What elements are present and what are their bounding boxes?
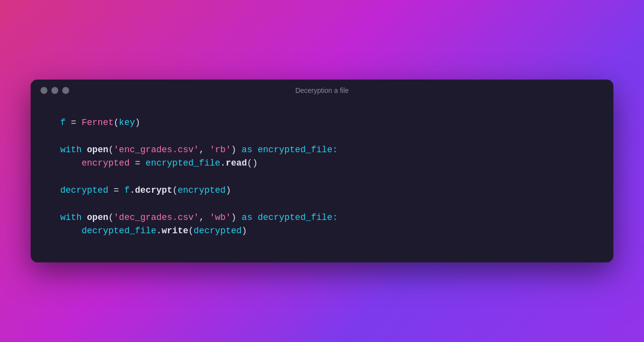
token: ( — [108, 145, 114, 155]
token: ) — [226, 185, 231, 195]
token: . — [220, 158, 226, 168]
token: as — [242, 145, 252, 155]
token — [81, 145, 87, 155]
token: , — [199, 145, 210, 155]
token: ( — [114, 118, 119, 128]
token: f — [60, 118, 66, 128]
token: 'rb' — [210, 145, 231, 155]
token: open — [87, 145, 108, 155]
token: . — [129, 185, 135, 195]
token: decrypted_file: — [252, 213, 338, 222]
code-window: Deceryption a file f = Fernet(key) with … — [31, 80, 613, 262]
token: ( — [172, 185, 178, 195]
token: read — [226, 158, 247, 168]
code-line-4: decrypted = f.decrypt(encrypted) — [60, 184, 584, 197]
code-line-6: decrypted_file.write(decrypted) — [60, 224, 584, 238]
token: encrypted_file: — [252, 145, 338, 155]
titlebar: Deceryption a file — [31, 80, 613, 101]
maximize-dot — [62, 87, 69, 94]
token — [60, 226, 81, 236]
token: encrypted_file — [146, 158, 220, 168]
token: with — [60, 145, 81, 155]
close-dot — [40, 87, 47, 94]
spacer — [60, 197, 584, 211]
traffic-lights — [40, 87, 69, 94]
window-title: Deceryption a file — [295, 86, 349, 94]
spacer — [60, 170, 584, 184]
token: ) — [231, 145, 242, 155]
minimize-dot — [51, 87, 58, 94]
code-line-5: with open('dec_grades.csv', 'wb') as dec… — [60, 211, 584, 224]
token: = — [66, 118, 81, 128]
spacer — [60, 129, 584, 143]
token: open — [87, 213, 108, 222]
token: 'dec_grades.csv' — [114, 213, 199, 222]
token: ( — [188, 226, 194, 236]
token: ) — [242, 226, 247, 236]
token: Fernet — [81, 118, 114, 128]
token: ) — [231, 213, 242, 222]
token: decrypted — [194, 226, 242, 236]
token: encrypted — [178, 185, 226, 195]
token: decrypted — [60, 185, 108, 195]
token: () — [247, 158, 258, 168]
token: decrypt — [135, 185, 172, 195]
token: ( — [108, 213, 114, 222]
token: key — [119, 118, 135, 128]
token: as — [242, 213, 252, 222]
token: decrypted_file — [81, 226, 156, 236]
token — [81, 213, 87, 222]
token: = — [129, 158, 145, 168]
token: ) — [135, 118, 140, 128]
code-editor: f = Fernet(key) with open('enc_grades.cs… — [31, 101, 613, 262]
token: , — [199, 213, 210, 222]
token: 'wb' — [210, 213, 231, 222]
code-line-2: with open('enc_grades.csv', 'rb') as enc… — [60, 143, 584, 157]
token — [60, 158, 81, 168]
token: 'enc_grades.csv' — [114, 145, 199, 155]
token: . — [156, 226, 161, 236]
code-line-1: f = Fernet(key) — [60, 116, 584, 129]
token: encrypted — [81, 158, 129, 168]
code-line-3: encrypted = encrypted_file.read() — [60, 157, 584, 170]
token: = — [108, 185, 124, 195]
token: write — [161, 226, 188, 236]
token: f — [124, 185, 130, 195]
token: with — [60, 213, 81, 222]
